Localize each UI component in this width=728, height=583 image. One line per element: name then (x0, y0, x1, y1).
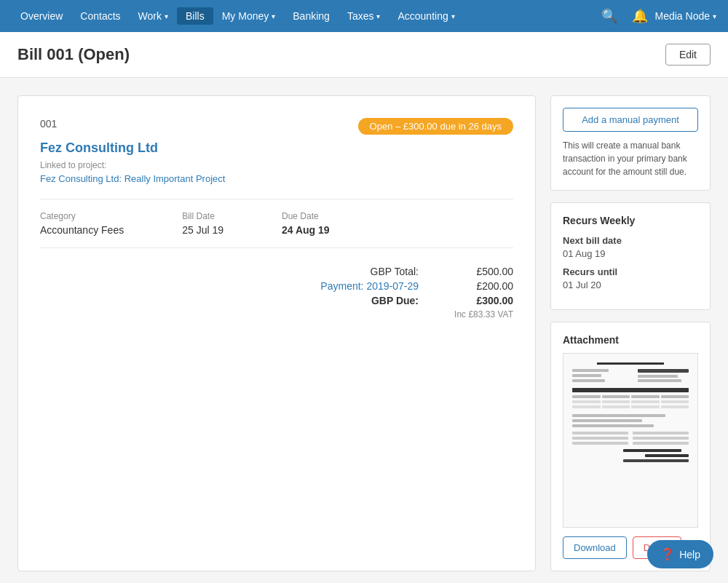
nav-taxes[interactable]: Taxes ▾ (339, 10, 389, 22)
edit-button[interactable]: Edit (665, 44, 711, 66)
recurs-until-value: 01 Jul 20 (563, 279, 601, 290)
gbt-total-row: GBP Total: £500.00 (40, 266, 513, 277)
gbt-due-label: GBP Due: (371, 295, 419, 306)
payment-value: £200.00 (462, 280, 513, 292)
bill-card: 001 Open – £300.00 due in 26 days Fez Co… (17, 95, 536, 571)
manual-payment-card: Add a manual payment This will create a … (550, 95, 711, 191)
nav-mymoney[interactable]: My Money ▾ (213, 10, 285, 22)
linked-label: Linked to project: (40, 160, 513, 170)
nav-banking[interactable]: Banking (284, 10, 339, 22)
bill-company[interactable]: Fez Consulting Ltd (40, 140, 513, 156)
recurs-until-label: Recurs until (563, 266, 698, 277)
nav-taxes-label: Taxes (347, 10, 374, 22)
help-label: Help (679, 549, 700, 560)
status-badge: Open – £300.00 due in 26 days (358, 118, 513, 135)
help-button[interactable]: ❓ Help (647, 540, 713, 568)
main-nav: Overview Contacts Work ▾ Bills My Money … (0, 0, 728, 32)
chevron-down-icon-mymoney: ▾ (272, 12, 275, 20)
add-manual-payment-button[interactable]: Add a manual payment (563, 108, 698, 132)
divider-top (40, 199, 513, 199)
payment-label[interactable]: Payment: 2019-07-29 (320, 280, 419, 292)
linked-project[interactable]: Fez Consulting Ltd: Really Important Pro… (40, 173, 513, 184)
bill-date-label: Bill Date (182, 211, 223, 221)
recurs-title: Recurs Weekly (563, 215, 698, 226)
recurs-until-item: Recurs until 01 Jul 20 (563, 266, 698, 290)
bill-top-row: 001 Open – £300.00 due in 26 days (40, 118, 513, 135)
next-bill-label: Next bill date (563, 235, 698, 246)
due-date-label: Due Date (282, 211, 330, 221)
help-icon: ❓ (660, 547, 675, 561)
user-label: Media Node (655, 10, 711, 22)
bell-icon[interactable]: 🔔 (625, 8, 655, 24)
next-bill-value: 01 Aug 19 (563, 248, 606, 259)
chevron-down-icon: ▾ (165, 12, 168, 20)
download-button[interactable]: Download (563, 536, 627, 559)
nav-mymoney-label: My Money (222, 10, 269, 22)
recurs-card: Recurs Weekly Next bill date 01 Aug 19 R… (550, 202, 711, 310)
linked-project-link[interactable]: Really Important Project (124, 173, 226, 184)
nav-work[interactable]: Work ▾ (130, 10, 177, 22)
nav-overview[interactable]: Overview (12, 10, 71, 22)
payment-row: Payment: 2019-07-29 £200.00 (40, 280, 513, 292)
category-col: Category Accountancy Fees (40, 211, 124, 236)
bill-date-value: 25 Jul 19 (182, 224, 223, 236)
divider-bottom (40, 247, 513, 248)
category-value: Accountancy Fees (40, 224, 124, 236)
nav-contacts[interactable]: Contacts (71, 10, 129, 22)
nav-work-label: Work (138, 10, 162, 22)
chevron-down-icon-user: ▾ (713, 12, 716, 20)
linked-company-link[interactable]: Fez Consulting Ltd (40, 173, 119, 184)
gbt-due-value: £300.00 (462, 295, 513, 306)
due-date-value: 24 Aug 19 (282, 224, 330, 236)
page-header: Bill 001 (Open) Edit (0, 32, 728, 78)
search-icon[interactable]: 🔍 (594, 8, 625, 24)
attachment-card: Attachment (550, 322, 711, 571)
gbt-total-label: GBP Total: (371, 266, 419, 277)
page-title: Bill 001 (Open) (17, 45, 130, 64)
gbt-total-value: £500.00 (462, 266, 513, 277)
user-menu[interactable]: Media Node ▾ (655, 10, 717, 22)
vat-note: Inc £83.33 VAT (40, 309, 513, 320)
attachment-title: Attachment (563, 334, 698, 346)
chevron-down-icon-accounting: ▾ (451, 12, 455, 20)
nav-accounting[interactable]: Accounting ▾ (389, 10, 463, 22)
sidebar: Add a manual payment This will create a … (550, 95, 711, 571)
bill-number: 001 (40, 118, 57, 130)
chevron-down-icon-taxes: ▾ (376, 12, 380, 20)
bill-date-col: Bill Date 25 Jul 19 (182, 211, 223, 236)
category-label: Category (40, 211, 124, 221)
totals-section: GBP Total: £500.00 Payment: 2019-07-29 £… (40, 266, 513, 320)
manual-payment-desc: This will create a manual bank transacti… (563, 139, 698, 178)
nav-bills[interactable]: Bills (177, 7, 213, 25)
gbt-due-row: GBP Due: £300.00 (40, 295, 513, 306)
next-bill-item: Next bill date 01 Aug 19 (563, 235, 698, 259)
bill-meta: Category Accountancy Fees Bill Date 25 J… (40, 211, 513, 236)
nav-accounting-label: Accounting (397, 10, 448, 22)
attachment-preview (563, 353, 698, 528)
main-content: 001 Open – £300.00 due in 26 days Fez Co… (0, 78, 728, 583)
due-date-col: Due Date 24 Aug 19 (282, 211, 330, 236)
